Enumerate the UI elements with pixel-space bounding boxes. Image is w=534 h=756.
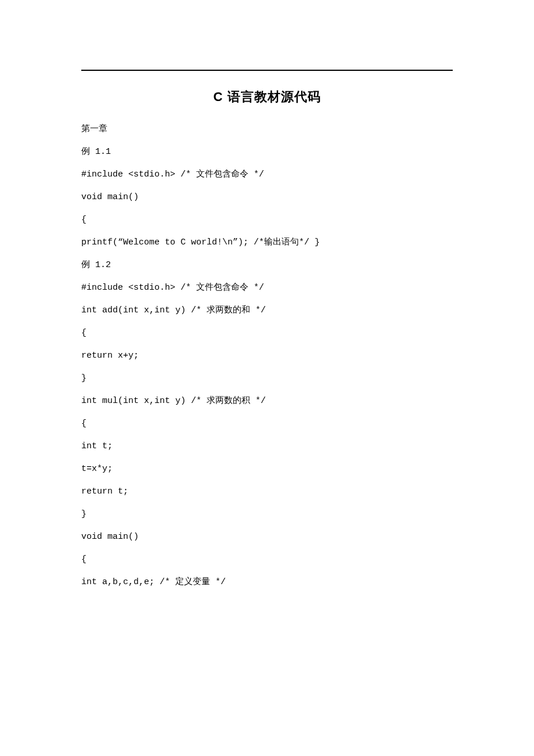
code-line: { xyxy=(81,214,453,226)
code-line: return x+y; xyxy=(81,350,453,362)
code-line: { xyxy=(81,553,453,566)
code-line: int add(int x,int y) /* 求两数的和 */ xyxy=(81,304,453,316)
document-page: C 语言教材源代码 第一章 例 1.1 #include <stdio.h> /… xyxy=(0,0,534,657)
code-line: int mul(int x,int y) /* 求两数的积 */ xyxy=(81,395,453,407)
code-line: return t; xyxy=(81,485,453,498)
code-line: void main() xyxy=(81,191,453,203)
document-body: 第一章 例 1.1 #include <stdio.h> /* 文件包含命令 *… xyxy=(81,123,453,588)
horizontal-rule xyxy=(81,70,453,71)
code-line: #include <stdio.h> /* 文件包含命令 */ xyxy=(81,282,453,294)
code-line: 例 1.2 xyxy=(81,259,453,271)
code-line: 例 1.1 xyxy=(81,146,453,158)
code-line: t=x*y; xyxy=(81,463,453,475)
document-title: C 语言教材源代码 xyxy=(81,88,453,106)
code-line: #include <stdio.h> /* 文件包含命令 */ xyxy=(81,168,453,181)
code-line: void main() xyxy=(81,531,453,543)
code-line: } xyxy=(81,508,453,520)
code-line: } xyxy=(81,372,453,384)
code-line: printf(“Welcome to C world!\n”); /*输出语句*… xyxy=(81,236,453,249)
code-line: { xyxy=(81,327,453,339)
code-line: { xyxy=(81,417,453,430)
code-line: int a,b,c,d,e; /* 定义变量 */ xyxy=(81,576,453,588)
code-line: 第一章 xyxy=(81,123,453,135)
code-line: int t; xyxy=(81,440,453,452)
